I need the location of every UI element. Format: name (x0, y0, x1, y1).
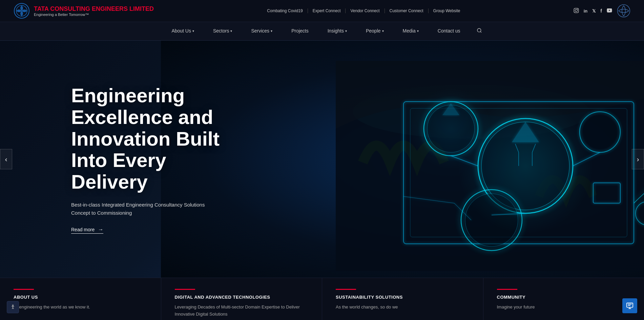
svg-point-39 (13, 305, 14, 306)
logo-text: TATA CONSULTING ENGINEERS LIMITED Engine… (34, 5, 154, 17)
nav-projects[interactable]: Projects (282, 22, 318, 40)
hero-prev-button[interactable]: ‹ (0, 149, 12, 169)
tata-logo-right-icon (617, 4, 630, 18)
nav-about-us[interactable]: About Us ▾ (162, 22, 204, 40)
svg-point-4 (577, 9, 578, 9)
svg-rect-2 (574, 8, 578, 13)
card-sustainability[interactable]: SUSTAINABILITY SOLUTIONS As the world ch… (322, 278, 483, 320)
facebook-icon[interactable]: f (600, 8, 602, 14)
nav-media[interactable]: Media ▾ (393, 22, 428, 40)
brand-tagline: Engineering a Better Tomorrow™ (34, 13, 154, 17)
card-about-us[interactable]: ABOUT US Reengineering the world as we k… (0, 278, 161, 320)
search-icon[interactable] (477, 28, 482, 35)
nav-services[interactable]: Services ▾ (242, 22, 282, 40)
card-title-digital: DIGITAL AND ADVANCED TECHNOLOGIES (175, 295, 309, 300)
services-caret-icon: ▾ (271, 29, 272, 33)
sectors-caret-icon: ▾ (230, 29, 232, 33)
vendor-connect-link[interactable]: Vendor Connect (346, 8, 385, 13)
nav-contact[interactable]: Contact us (428, 22, 470, 40)
feedback-button[interactable] (622, 298, 637, 313)
brand-name: TATA CONSULTING ENGINEERS LIMITED (34, 5, 154, 13)
card-text-sustainability: As the world changes, so do we (336, 304, 470, 311)
card-title-bar-digital (175, 289, 195, 290)
hero-content: Engineering Excellence and Innovation Bu… (0, 85, 237, 234)
card-text-community: Imagine your future (497, 304, 631, 311)
nav-insights[interactable]: Insights ▾ (318, 22, 356, 40)
svg-line-7 (480, 31, 481, 33)
main-nav: About Us ▾ Sectors ▾ Services ▾ Projects… (0, 22, 644, 41)
card-title-sustainability: SUSTAINABILITY SOLUTIONS (336, 295, 470, 300)
linkedin-icon[interactable]: in (584, 8, 588, 14)
svg-point-3 (575, 9, 577, 12)
svg-point-6 (477, 28, 481, 32)
svg-point-38 (410, 88, 492, 169)
tata-logo-icon (14, 3, 30, 19)
accessibility-button[interactable] (7, 301, 19, 313)
brand-suffix: CONSULTING ENGINEERS LIMITED (48, 5, 154, 12)
top-bar-links: Combating Covid19 Expert Connect Vendor … (262, 8, 465, 13)
card-title-bar-sustainability (336, 289, 356, 290)
covid19-link[interactable]: Combating Covid19 (262, 8, 308, 13)
about-us-caret-icon: ▾ (192, 29, 194, 33)
hero-title: Engineering Excellence and Innovation Bu… (71, 85, 237, 193)
hero-subtitle: Best-in-class Integrated Engineering Con… (71, 201, 237, 217)
card-text-digital: Leveraging Decades of Multi-sector Domai… (175, 304, 309, 318)
insights-caret-icon: ▾ (345, 29, 347, 33)
twitter-x-icon[interactable]: 𝕏 (592, 8, 596, 14)
media-caret-icon: ▾ (417, 29, 419, 33)
nav-people[interactable]: People ▾ (356, 22, 393, 40)
customer-connect-link[interactable]: Customer Connect (385, 8, 429, 13)
arrow-right-icon: → (98, 227, 103, 233)
card-community[interactable]: COMMUNITY Imagine your future (483, 278, 644, 320)
bottom-cards: ABOUT US Reengineering the world as we k… (0, 278, 644, 320)
card-title-about: ABOUT US (14, 295, 147, 300)
card-title-bar-community (497, 289, 517, 290)
youtube-icon[interactable] (607, 8, 612, 14)
read-more-link[interactable]: Read more → (71, 227, 103, 234)
top-bar: TATA CONSULTING ENGINEERS LIMITED Engine… (0, 0, 644, 22)
hero-section: Engineering Excellence and Innovation Bu… (0, 41, 644, 278)
expert-connect-link[interactable]: Expert Connect (308, 8, 346, 13)
people-caret-icon: ▾ (382, 29, 384, 33)
card-digital[interactable]: DIGITAL AND ADVANCED TECHNOLOGIES Levera… (161, 278, 323, 320)
card-title-community: COMMUNITY (497, 295, 631, 300)
card-text-about: Reengineering the world as we know it. (14, 304, 147, 311)
card-title-bar-about (14, 289, 34, 290)
logo-area: TATA CONSULTING ENGINEERS LIMITED Engine… (14, 3, 154, 19)
svg-point-5 (618, 5, 630, 17)
social-icons-area: in 𝕏 f (574, 4, 630, 18)
facility-illustration (336, 61, 644, 271)
hero-next-button[interactable]: › (632, 149, 644, 169)
brand-tata: TATA (34, 5, 48, 12)
instagram-icon[interactable] (574, 8, 579, 14)
nav-sectors[interactable]: Sectors ▾ (204, 22, 242, 40)
group-website-link[interactable]: Group Website (429, 8, 465, 13)
svg-rect-40 (627, 303, 633, 307)
